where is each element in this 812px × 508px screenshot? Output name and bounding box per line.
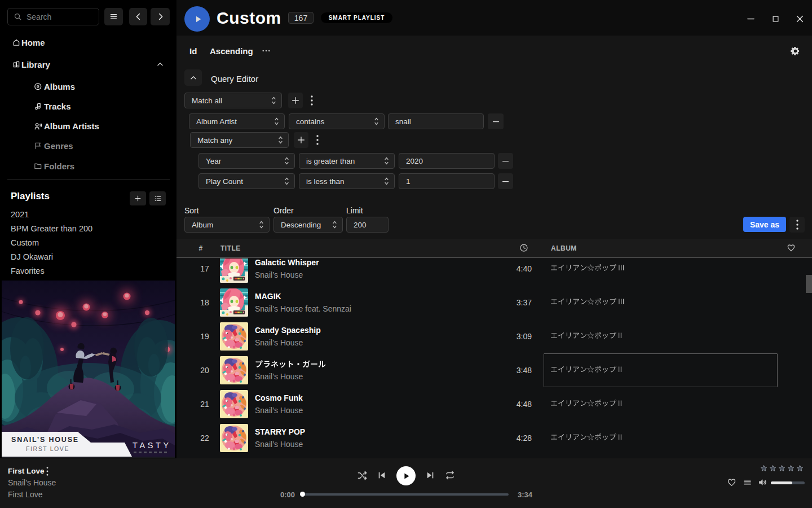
svg-text:FIRST LOVE: FIRST LOVE (26, 445, 69, 452)
svg-text:SNAIL’S HOUSE: SNAIL’S HOUSE (11, 436, 79, 444)
svg-text:TASTY: TASTY (133, 441, 171, 450)
